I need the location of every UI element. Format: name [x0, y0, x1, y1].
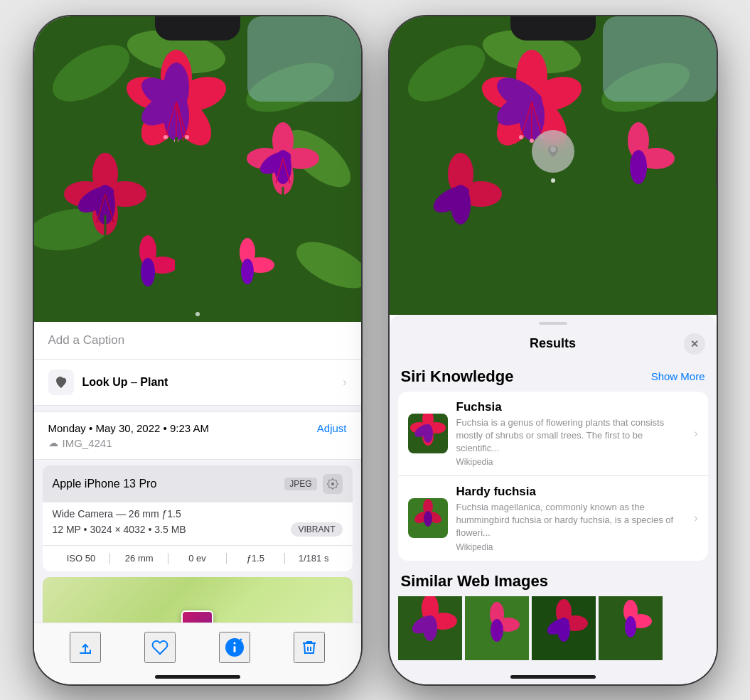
date-text: Monday • May 30, 2022 • 9:23 AM: [48, 422, 209, 434]
resolution-spec: 12 MP • 3024 × 4032 • 3.5 MB: [53, 524, 186, 535]
svg-rect-7: [247, 16, 361, 102]
device-name: Apple iPhone 13 Pro: [53, 478, 157, 490]
web-images-row[interactable]: [398, 596, 708, 660]
exif-row: ISO 50 26 mm 0 ev ƒ1.5 1/181 s: [43, 545, 353, 571]
adjust-button[interactable]: Adjust: [317, 422, 347, 434]
device-row: Apple iPhone 13 Pro JPEG: [43, 465, 353, 502]
format-badge: JPEG: [284, 478, 316, 490]
phone-1-screen: Add a Caption Look Up – Plant ›: [34, 16, 361, 684]
svg-point-81: [630, 150, 647, 184]
photo2-view: Results ✕ Siri Knowledge Show More: [390, 16, 717, 684]
web-images-header: Similar Web Images: [401, 572, 705, 591]
results-header: Results ✕: [390, 325, 717, 360]
date-row: Monday • May 30, 2022 • 9:23 AM Adjust: [48, 422, 347, 434]
info-button[interactable]: [219, 632, 250, 663]
hardy-chevron: ›: [694, 512, 697, 524]
exif-ev: 0 ev: [168, 553, 226, 564]
device-section: Apple iPhone 13 Pro JPEG: [43, 465, 353, 571]
home-indicator-2: [510, 675, 596, 679]
lookup-icon: [48, 370, 74, 395]
cloud-icon: ☁: [48, 437, 58, 448]
caption-placeholder[interactable]: Add a Caption: [48, 333, 125, 347]
specs-line2: 12 MP • 3024 × 4032 • 3.5 MB VIBRANT: [53, 522, 343, 537]
filename-row: ☁ IMG_4241: [48, 437, 347, 449]
svg-point-112: [625, 616, 636, 637]
svg-point-45: [241, 259, 254, 284]
exif-iso: ISO 50: [53, 553, 110, 564]
web-image-2[interactable]: [465, 596, 529, 660]
fuchsia-source: Wikipedia: [456, 457, 686, 467]
photo-info-panel[interactable]: Add a Caption Look Up – Plant ›: [34, 322, 361, 623]
svg-point-42: [141, 258, 155, 286]
show-more-button[interactable]: Show More: [651, 370, 705, 382]
results-panel[interactable]: Results ✕ Siri Knowledge Show More: [390, 315, 717, 684]
device-badges: JPEG: [284, 474, 342, 494]
lookup-label: Look Up – Plant: [82, 376, 168, 389]
svg-point-72: [519, 135, 523, 139]
svg-rect-53: [234, 646, 236, 652]
home-indicator-1: [155, 675, 240, 679]
siri-indicator-dot: [551, 178, 555, 183]
map-photo-thumbnail: [181, 610, 213, 623]
siri-knowledge-header: Siri Knowledge Show More: [401, 367, 705, 386]
svg-point-23: [185, 135, 189, 139]
close-button[interactable]: ✕: [684, 333, 705, 355]
knowledge-item-hardy[interactable]: Hardy fuchsia Fuchsia magellanica, commo…: [398, 476, 708, 561]
fuchsia-name: Fuchsia: [456, 400, 686, 414]
exif-focal-length: 26 mm: [110, 553, 168, 564]
hardy-desc: Fuchsia magellanica, commonly known as t…: [456, 501, 686, 540]
exif-shutter: 1/181 s: [285, 553, 343, 564]
svg-point-52: [234, 642, 236, 644]
gear-badge[interactable]: [323, 474, 343, 494]
web-images-title: Similar Web Images: [401, 572, 548, 590]
exif-aperture: ƒ1.5: [227, 553, 284, 564]
trash-button[interactable]: [294, 632, 325, 663]
lookup-row[interactable]: Look Up – Plant ›: [34, 360, 361, 406]
filename-text: IMG_4241: [63, 437, 112, 449]
svg-point-21: [164, 135, 168, 139]
hardy-text: Hardy fuchsia Fuchsia magellanica, commo…: [456, 485, 686, 552]
lookup-arrow: ›: [343, 376, 346, 389]
phones-container: Add a Caption Look Up – Plant ›: [20, 2, 731, 699]
fuchsia-chevron: ›: [694, 427, 697, 440]
knowledge-card: Fuchsia Fuchsia is a genus of flowering …: [398, 392, 708, 561]
phone-2-screen: Results ✕ Siri Knowledge Show More: [390, 16, 717, 684]
svg-point-103: [491, 619, 503, 642]
web-image-3[interactable]: [532, 596, 596, 660]
svg-point-82: [550, 146, 556, 152]
share-button[interactable]: [70, 632, 101, 663]
hardy-source: Wikipedia: [456, 542, 686, 552]
fuchsia-text: Fuchsia Fuchsia is a genus of flowering …: [456, 400, 686, 468]
photo-view: Add a Caption Look Up – Plant ›: [34, 16, 361, 684]
camera-lens-spec: Wide Camera — 26 mm ƒ1.5: [53, 508, 343, 519]
metadata-section: Monday • May 30, 2022 • 9:23 AM Adjust ☁…: [34, 411, 361, 460]
results-scroll[interactable]: Siri Knowledge Show More: [390, 360, 717, 684]
visual-lookup-button[interactable]: [532, 130, 574, 173]
map-section[interactable]: [43, 577, 353, 623]
svg-point-94: [424, 511, 432, 527]
svg-rect-60: [603, 16, 717, 102]
map-content: [43, 577, 353, 623]
results-title: Results: [422, 336, 684, 351]
phone-2: Results ✕ Siri Knowledge Show More: [390, 16, 717, 684]
fuchsia-desc: Fuchsia is a genus of flowering plants t…: [456, 416, 686, 456]
vibrant-badge: VIBRANT: [291, 522, 342, 537]
main-photo2: [390, 16, 717, 315]
caption-area[interactable]: Add a Caption: [34, 322, 361, 360]
svg-point-49: [331, 483, 334, 485]
main-photo: [34, 16, 361, 322]
heart-button[interactable]: [144, 632, 176, 663]
camera-specs: Wide Camera — 26 mm ƒ1.5 12 MP • 3024 × …: [43, 502, 353, 545]
hardy-thumbnail: [408, 498, 448, 538]
siri-knowledge-title: Siri Knowledge: [401, 367, 514, 386]
phone-1: Add a Caption Look Up – Plant ›: [34, 16, 361, 684]
knowledge-item-fuchsia[interactable]: Fuchsia Fuchsia is a genus of flowering …: [398, 392, 708, 477]
hardy-name: Hardy fuchsia: [456, 485, 686, 499]
fuchsia-thumbnail: [408, 414, 448, 453]
web-image-1[interactable]: [398, 596, 462, 660]
web-image-4[interactable]: [599, 596, 663, 660]
